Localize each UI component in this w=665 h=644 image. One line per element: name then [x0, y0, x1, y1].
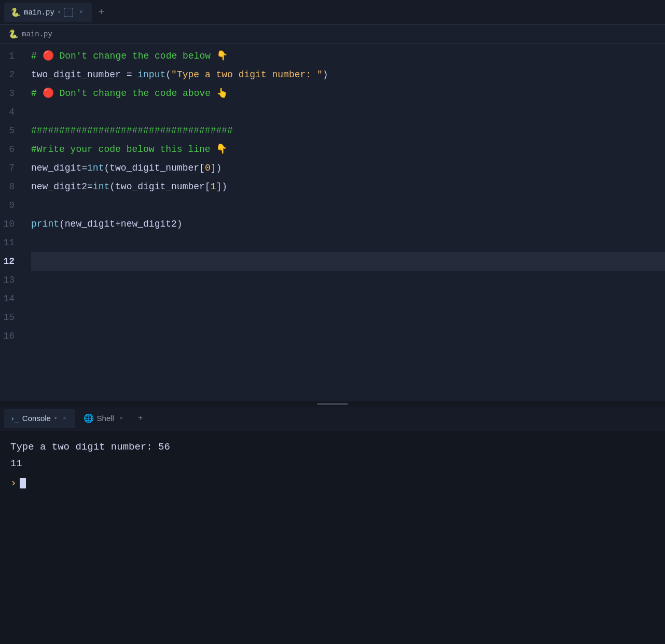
shell-tab-label: Shell	[97, 414, 114, 423]
code-line-10: print(new_digit+new_digit2)	[31, 215, 665, 233]
line-num-3: 3	[0, 84, 23, 103]
line-numbers: 1 2 3 4 5 6 7 8 9 10 11 12 13 14 15 16	[0, 46, 31, 401]
console-tab-label: Console	[22, 414, 51, 423]
console-prompt[interactable]: ›	[10, 474, 655, 492]
console-output-line1: Type a two digit number: 56	[10, 439, 655, 455]
code-lines[interactable]: # 🔴 Don't change the code below 👇 two_di…	[31, 46, 665, 401]
code-line-3: # 🔴 Don't change the code above 👆	[31, 84, 665, 103]
console-tab-shell[interactable]: 🌐 Shell ×	[77, 409, 132, 428]
line-num-6: 6	[0, 140, 23, 159]
cursor-block	[20, 478, 26, 488]
code-line-14	[31, 289, 665, 308]
line-num-1: 1	[0, 47, 23, 65]
code-line-13	[31, 271, 665, 289]
console-output-line2: 11	[10, 455, 655, 472]
line-num-16: 16	[0, 327, 23, 345]
line-num-15: 15	[0, 308, 23, 327]
code-container: 1 2 3 4 5 6 7 8 9 10 11 12 13 14 15 16 #…	[0, 44, 665, 401]
shell-icon: 🌐	[84, 413, 94, 424]
breadcrumb: 🐍 main.py	[0, 25, 665, 44]
code-line-16	[31, 327, 665, 345]
code-line-1: # 🔴 Don't change the code below 👇	[31, 47, 665, 65]
code-line-12[interactable]	[31, 252, 665, 271]
console-panel: ›_ Console ▾ × 🌐 Shell × + Type a two di…	[0, 407, 665, 644]
console-add-tab-button[interactable]: +	[134, 412, 147, 425]
line-num-9: 9	[0, 196, 23, 215]
tab-close-button[interactable]: ×	[76, 8, 86, 17]
tab-chevron-icon[interactable]: ▾	[58, 9, 61, 16]
code-line-11	[31, 233, 665, 252]
line-num-14: 14	[0, 289, 23, 308]
line-num-11: 11	[0, 233, 23, 252]
console-tab-bar: ›_ Console ▾ × 🌐 Shell × +	[0, 407, 665, 430]
console-tab-close-button[interactable]: ×	[61, 414, 69, 423]
add-tab-button[interactable]: +	[94, 5, 108, 20]
console-tab-icon: ›_	[10, 414, 19, 423]
code-line-8: new_digit2=int(two_digit_number[1])	[31, 177, 665, 196]
line-num-10: 10	[0, 215, 23, 233]
editor-area[interactable]: 1 2 3 4 5 6 7 8 9 10 11 12 13 14 15 16 #…	[0, 44, 665, 401]
line-num-2: 2	[0, 65, 23, 84]
shell-tab-close-button[interactable]: ×	[117, 414, 126, 423]
code-line-5: ####################################	[31, 121, 665, 140]
line-num-12: 12	[0, 252, 23, 271]
python-tab-icon: 🐍	[10, 7, 21, 18]
tab-main-py[interactable]: 🐍 main.py ▾ ×	[4, 3, 92, 22]
line-num-13: 13	[0, 271, 23, 289]
line-num-8: 8	[0, 177, 23, 196]
code-line-15	[31, 308, 665, 327]
code-line-4	[31, 103, 665, 121]
code-line-7: new_digit=int(two_digit_number[0])	[31, 159, 665, 177]
console-tab-console[interactable]: ›_ Console ▾ ×	[4, 409, 75, 428]
divider-handle	[317, 403, 348, 405]
line-num-5: 5	[0, 121, 23, 140]
console-chevron-icon: ▾	[54, 415, 58, 422]
tab-bar: 🐍 main.py ▾ × +	[0, 0, 665, 25]
breadcrumb-python-icon: 🐍	[8, 29, 19, 39]
panel-divider[interactable]	[0, 401, 665, 407]
code-line-6: #Write your code below this line 👇	[31, 140, 665, 159]
code-line-9	[31, 196, 665, 215]
line-num-7: 7	[0, 159, 23, 177]
tab-square-icon	[64, 8, 73, 17]
code-line-2: two_digit_number = input("Type a two dig…	[31, 65, 665, 84]
console-content: Type a two digit number: 56 11 ›	[0, 430, 665, 500]
line-num-4: 4	[0, 103, 23, 121]
breadcrumb-label: main.py	[22, 30, 52, 38]
tab-label: main.py	[24, 8, 54, 17]
prompt-arrow-icon: ›	[10, 474, 17, 492]
